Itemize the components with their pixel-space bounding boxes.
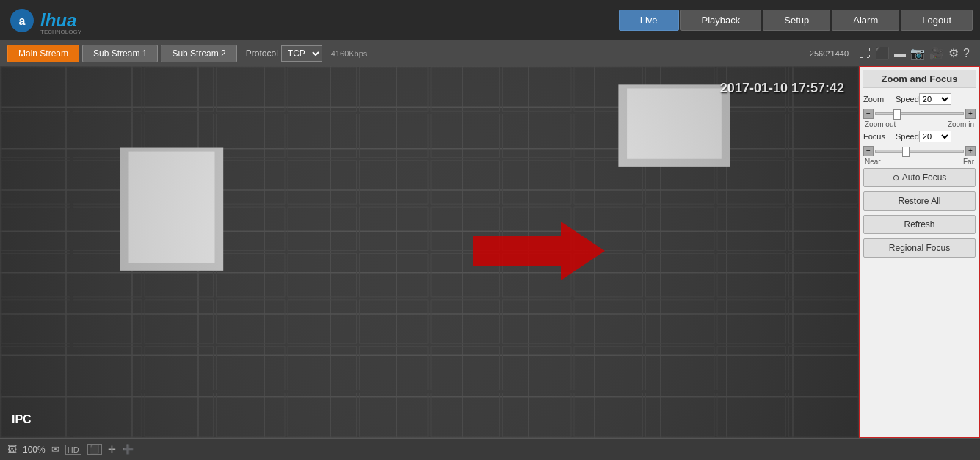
- protocol-label: Protocol: [246, 48, 278, 59]
- protocol-select[interactable]: TCP UDP: [281, 45, 322, 62]
- zoom-out-label: Zoom out: [865, 120, 896, 128]
- svg-text:a: a: [19, 15, 26, 27]
- video-ipc-label: IPC: [12, 413, 32, 426]
- svg-text:TECHNOLOGY: TECHNOLOGY: [40, 29, 82, 35]
- zoom-speed-select[interactable]: 20105: [919, 93, 951, 105]
- focus-label: Focus: [863, 132, 893, 141]
- focus-slider-thumb[interactable]: [902, 147, 910, 157]
- bitrate-display: 4160Kbps: [331, 49, 368, 58]
- nav-live-button[interactable]: Live: [619, 10, 679, 31]
- regional-focus-button[interactable]: Regional Focus: [863, 238, 976, 258]
- hd-icon[interactable]: HD: [65, 445, 81, 455]
- nav-alarm-button[interactable]: Alarm: [832, 10, 899, 31]
- logo: a lhua TECHNOLOGY: [7, 6, 117, 35]
- camera-icon[interactable]: 📷: [910, 46, 925, 60]
- zoom-speed-row: Zoom Speed 20105: [863, 93, 976, 105]
- main-content: 2017-01-10 17:57:42 IPC Zoom and Focus Z…: [0, 66, 980, 438]
- camera-canvas: [0, 66, 859, 438]
- help-icon[interactable]: ?: [963, 47, 970, 60]
- focus-minus-button[interactable]: −: [863, 146, 874, 156]
- main-stream-button[interactable]: Main Stream: [7, 45, 79, 62]
- resize-icon[interactable]: ⬛: [87, 444, 102, 455]
- focus-speed-row: Focus Speed 20105: [863, 131, 976, 142]
- toolbar-icons: ⛶ ⬛ ▬ 📷 🎥 ⚙ ?: [859, 46, 970, 60]
- nav-setup-button[interactable]: Setup: [763, 10, 830, 31]
- add-view-icon[interactable]: ➕: [122, 444, 134, 455]
- crosshair-icon[interactable]: ✛: [108, 444, 116, 455]
- focus-slider-row: − +: [863, 146, 976, 156]
- focus-slider-track[interactable]: [875, 150, 964, 153]
- zoom-slider-row: − +: [863, 109, 976, 119]
- zoom-level: 100%: [23, 445, 46, 455]
- focus-speed-select[interactable]: 20105: [919, 131, 951, 142]
- nav-logout-button[interactable]: Logout: [901, 10, 973, 31]
- settings-icon[interactable]: ⚙: [948, 46, 959, 60]
- sub-stream1-button[interactable]: Sub Stream 1: [82, 45, 158, 62]
- auto-focus-icon: ⊕: [893, 173, 899, 183]
- zoom-slider-track[interactable]: [875, 112, 964, 115]
- zoom-plus-button[interactable]: +: [965, 109, 976, 119]
- restore-all-button[interactable]: Restore All: [863, 191, 976, 211]
- panel-title: Zoom and Focus: [863, 70, 976, 88]
- zoom-speed-label: Speed: [896, 95, 919, 103]
- zoom-focus-panel: Zoom and Focus Zoom Speed 20105 − + Zoom…: [859, 66, 980, 438]
- screenshot-icon[interactable]: 🖼: [7, 444, 17, 455]
- video-area: 2017-01-10 17:57:42 IPC: [0, 66, 859, 438]
- zoom-minus-button[interactable]: −: [863, 109, 874, 119]
- near-label: Near: [865, 158, 881, 166]
- zoom-in-label: Zoom in: [948, 120, 974, 128]
- record-icon[interactable]: ▬: [894, 47, 906, 60]
- fullscreen-icon[interactable]: ⛶: [859, 47, 871, 60]
- status-bar: 🖼 100% ✉ HD ⬛ ✛ ➕: [0, 438, 980, 460]
- snapshot-icon[interactable]: ⬛: [875, 46, 890, 60]
- video-timestamp: 2017-01-10 17:57:42: [720, 81, 844, 96]
- auto-focus-button[interactable]: ⊕ Auto Focus: [863, 168, 976, 187]
- top-navigation-bar: a lhua TECHNOLOGY Live Playback Setup Al…: [0, 0, 980, 40]
- nav-playback-button[interactable]: Playback: [680, 10, 762, 31]
- sub-stream2-button[interactable]: Sub Stream 2: [161, 45, 236, 62]
- arrow-annotation: [473, 222, 605, 283]
- focus-speed-label: Speed: [896, 132, 919, 141]
- focus-plus-button[interactable]: +: [965, 146, 976, 156]
- focus-labels: Near Far: [865, 158, 974, 166]
- far-label: Far: [963, 158, 974, 166]
- nav-buttons: Live Playback Setup Alarm Logout: [619, 10, 973, 31]
- video-icon[interactable]: 🎥: [929, 46, 944, 60]
- svg-marker-5: [473, 222, 605, 280]
- resolution-display: 2560*1440: [810, 49, 849, 58]
- svg-text:lhua: lhua: [40, 10, 76, 30]
- zoom-label: Zoom: [863, 95, 893, 103]
- stream-bar: Main Stream Sub Stream 1 Sub Stream 2 Pr…: [0, 40, 980, 66]
- zoom-labels: Zoom out Zoom in: [865, 120, 974, 128]
- mail-icon[interactable]: ✉: [51, 444, 59, 455]
- zoom-slider-thumb[interactable]: [893, 109, 901, 120]
- refresh-button[interactable]: Refresh: [863, 215, 976, 234]
